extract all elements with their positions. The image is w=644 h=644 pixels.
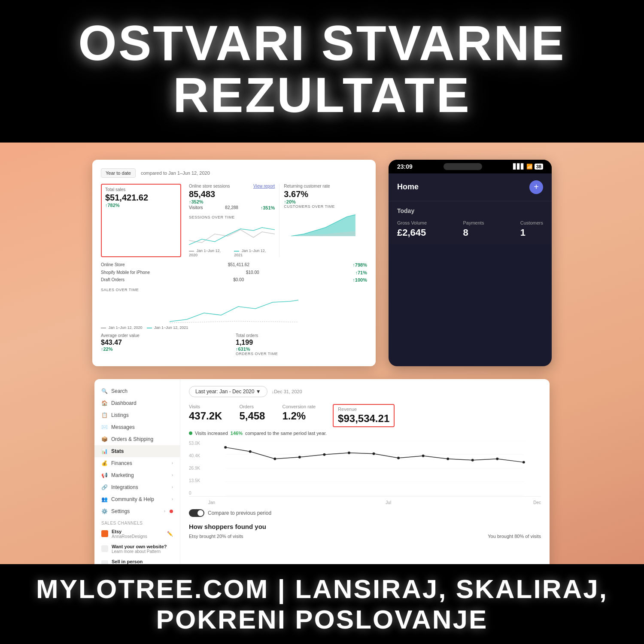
orders-label: Orders & Shipping bbox=[111, 436, 153, 442]
sidebar-search[interactable]: 🔍 Search bbox=[94, 385, 180, 397]
finances-label: Finances bbox=[111, 460, 132, 466]
orders-icon: 📦 bbox=[101, 436, 108, 442]
sessions-label: Online store sessions bbox=[189, 184, 230, 188]
x-jan: Jan bbox=[208, 500, 215, 505]
y-label-0: 53.0K bbox=[189, 441, 206, 446]
marketing-label: Marketing bbox=[111, 472, 134, 478]
sessions-value: 85,483 bbox=[189, 189, 275, 199]
svg-point-12 bbox=[348, 452, 350, 454]
customers-chart bbox=[284, 210, 363, 236]
y-label-3: 13.5K bbox=[189, 478, 206, 483]
payments-value: 8 bbox=[463, 227, 484, 238]
compare-toggle-row: Compare to previous period bbox=[189, 509, 541, 517]
x-jul: Jul bbox=[386, 500, 391, 505]
sidebar-community[interactable]: 👥 Community & Help › bbox=[94, 493, 180, 505]
returning-value: 3.67% bbox=[284, 189, 363, 199]
main-title: OSTVARI STVARNE REZULTATE bbox=[26, 17, 618, 121]
stripe-status-icons: ▋▋▋ 📶 38 bbox=[513, 164, 543, 170]
y-label-1: 40.4K bbox=[189, 453, 206, 458]
battery-badge: 38 bbox=[535, 164, 543, 170]
etsy-channel[interactable]: Etsy AnnaRoseDesigns ✏️ bbox=[94, 526, 180, 541]
want-website-sub: Learn more about Pattern bbox=[112, 549, 167, 554]
svg-point-10 bbox=[298, 456, 301, 459]
want-website-item[interactable]: Want your own website? Learn more about … bbox=[94, 541, 180, 556]
visits-note-text: Visits increased bbox=[195, 431, 228, 436]
total-sales-change: ↑782% bbox=[105, 203, 177, 208]
customers-chart-label: CUSTOMERS OVER TIME bbox=[284, 204, 363, 209]
stats-label: Stats bbox=[111, 448, 124, 454]
x-dec: Dec bbox=[533, 500, 541, 505]
sidebar-orders[interactable]: 📦 Orders & Shipping bbox=[94, 433, 180, 445]
wifi-icon: 📶 bbox=[526, 164, 533, 170]
sidebar-integrations[interactable]: 🔗 Integrations › bbox=[94, 481, 180, 493]
view-report-link[interactable]: View report bbox=[253, 184, 275, 188]
finances-arrow: › bbox=[172, 461, 173, 465]
how-shoppers-section: How shoppers found you Etsy brought 20% … bbox=[189, 523, 541, 539]
etsy-channel-sub: AnnaRoseDesigns bbox=[112, 534, 147, 539]
sidebar-settings[interactable]: ⚙️ Settings › bbox=[94, 505, 180, 517]
orders-chart-label: ORDERS OVER TIME bbox=[236, 352, 367, 356]
sales-chart-svg bbox=[101, 294, 367, 324]
visits-value: 437.2K bbox=[189, 410, 222, 422]
visits-note2: compared to the same period last year. bbox=[245, 431, 327, 436]
integrations-arrow: › bbox=[172, 485, 173, 489]
compare-toggle[interactable] bbox=[189, 509, 204, 517]
shopify-date-btn[interactable]: Year to date bbox=[101, 168, 136, 178]
revenue-metric: Revenue $93,534.21 bbox=[333, 404, 395, 427]
stripe-customers: Customers 1 bbox=[520, 220, 543, 238]
x-axis-labels: Jan Jul Dec bbox=[189, 500, 541, 505]
edit-icon[interactable]: ✏️ bbox=[167, 531, 173, 537]
stripe-today-label: Today bbox=[397, 207, 543, 214]
stripe-time: 23:09 bbox=[397, 163, 413, 170]
title-line1: OSTVARI STVARNE bbox=[78, 15, 566, 70]
svg-point-15 bbox=[422, 455, 425, 457]
settings-label: Settings bbox=[111, 508, 130, 514]
green-dot-icon bbox=[189, 431, 192, 435]
sessions-chart-label: SESSIONS OVER TIME bbox=[189, 215, 275, 219]
returning-label: Returning customer rate bbox=[284, 184, 363, 188]
footer-text: MYLOTREE.COM | LANSIRAJ, SKALIRAJ, POKRE… bbox=[17, 574, 627, 635]
integrations-icon: 🔗 bbox=[101, 484, 108, 490]
gross-volume-label: Gross Volume bbox=[397, 220, 427, 225]
svg-point-19 bbox=[522, 461, 525, 464]
toggle-knob bbox=[197, 510, 204, 516]
revenue-value: $93,534.21 bbox=[338, 413, 389, 425]
community-label: Community & Help bbox=[111, 496, 154, 502]
total-orders-value: 1,199 bbox=[236, 339, 367, 346]
sidebar-messages[interactable]: ✉️ Messages bbox=[94, 421, 180, 433]
period-selector[interactable]: Last year: Jan - Dec 2020 ▼ bbox=[189, 386, 267, 397]
customers-label: Customers bbox=[520, 220, 543, 225]
sidebar-listings[interactable]: 📋 Listings bbox=[94, 409, 180, 421]
shopify-sub-table: Online Store$51,411.62↑798% Shopify Mobi… bbox=[101, 261, 367, 284]
top-row: Year to date compared to Jan 1–Jun 12, 2… bbox=[21, 160, 623, 366]
orders-label: Orders bbox=[239, 404, 265, 409]
etsy-channel-icon bbox=[101, 530, 108, 537]
sessions-chart-svg bbox=[189, 221, 275, 247]
stripe-plus-btn[interactable]: + bbox=[529, 180, 543, 194]
listings-label: Listings bbox=[111, 412, 129, 418]
messages-icon: ✉️ bbox=[101, 424, 108, 430]
sessions-change: ↑352% bbox=[189, 199, 275, 204]
avg-order-value: $43.47 bbox=[101, 339, 232, 346]
y-label-2: 26.9K bbox=[189, 466, 206, 471]
svg-point-16 bbox=[447, 458, 449, 460]
orders-value: 5,458 bbox=[239, 410, 265, 422]
etsy-channel-name: Etsy bbox=[112, 529, 147, 534]
toggle-label: Compare to previous period bbox=[208, 510, 271, 516]
sales-chart-label: SALES OVER TIME bbox=[101, 288, 367, 292]
sidebar-stats[interactable]: 📊 Stats bbox=[94, 445, 180, 457]
shopify-screenshot: Year to date compared to Jan 1–Jun 12, 2… bbox=[92, 160, 376, 366]
website-info: Want your own website? Learn more about … bbox=[112, 544, 167, 554]
sidebar-finances[interactable]: 💰 Finances › bbox=[94, 457, 180, 469]
stripe-today-section: Today Gross Volume £2,645 Payments 8 Cus… bbox=[389, 201, 552, 244]
etsy-chart-area: 53.0K 40.4K 26.9K 13.5K 0 bbox=[189, 441, 541, 497]
sidebar-dashboard[interactable]: 🏠 Dashboard bbox=[94, 397, 180, 409]
community-icon: 👥 bbox=[101, 496, 108, 502]
title-line2: REZULTATE bbox=[173, 67, 471, 122]
sidebar-marketing[interactable]: 📢 Marketing › bbox=[94, 469, 180, 481]
visitors-row: Visitors 82,288 ↑351% bbox=[189, 204, 275, 212]
search-icon: 🔍 bbox=[101, 388, 108, 394]
finances-icon: 💰 bbox=[101, 460, 108, 466]
visits-metric: Visits 437.2K bbox=[189, 404, 222, 427]
avg-order-label: Average order value bbox=[101, 333, 232, 338]
